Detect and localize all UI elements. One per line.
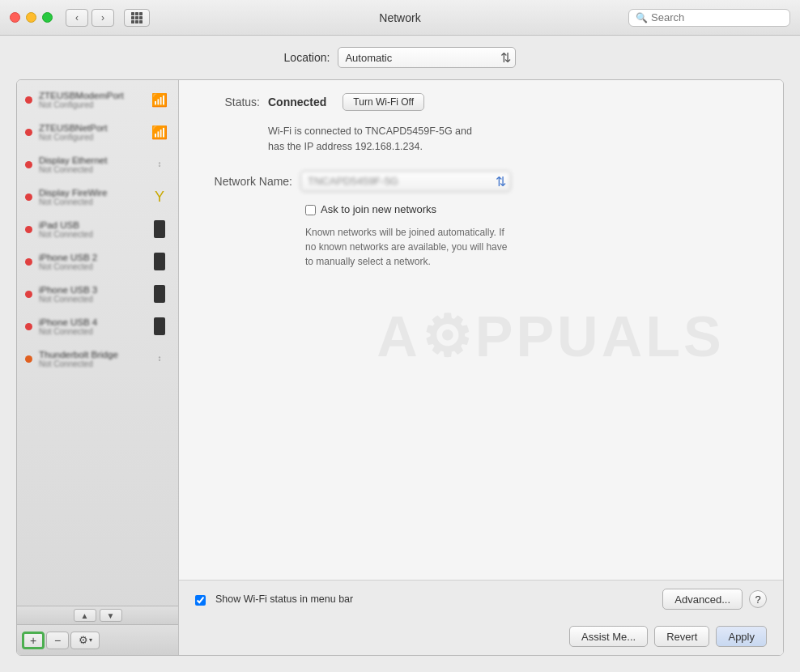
item-icon: ↕ (149, 348, 170, 369)
wifi-off-button[interactable]: Turn Wi-Fi Off (343, 93, 424, 111)
forward-button[interactable]: › (91, 9, 114, 27)
app-grid-button[interactable] (124, 9, 150, 27)
sidebar-item[interactable]: iPhone USB 3 Not Connected (17, 278, 178, 310)
firewire-icon: Y (155, 189, 164, 206)
scroll-down-button[interactable]: ▼ (100, 609, 122, 622)
arrows-icon: ↕ (158, 160, 162, 168)
status-dot-red (25, 258, 32, 266)
show-wifi-row: Show Wi-Fi status in menu bar (195, 593, 353, 606)
sidebar-item[interactable]: Thunderbolt Bridge Not Connected ↕ (17, 342, 178, 375)
action-bar-right: Assist Me... Revert Apply (569, 626, 767, 647)
iphone-icon (154, 285, 165, 303)
status-description: Wi-Fi is connected to TNCAPD5459F-5G and… (268, 124, 767, 155)
status-value: Connected (268, 96, 326, 108)
sidebar-item[interactable]: ZTEUSBModemPort Not Configured 📶 (17, 83, 178, 116)
item-name: Display FireWire (39, 188, 143, 198)
advanced-button[interactable]: Advanced... (662, 589, 743, 610)
item-text: Thunderbolt Bridge Not Connected (39, 350, 143, 368)
item-text: ZTEUSBNetPort Not Configured (39, 123, 143, 142)
content-area: ZTEUSBModemPort Not Configured 📶 ZTEUSBN… (16, 79, 784, 656)
status-dot-red (25, 129, 32, 136)
status-label: Status: (195, 96, 260, 108)
ask-join-checkbox[interactable] (305, 205, 316, 215)
sidebar-list: ZTEUSBModemPort Not Configured 📶 ZTEUSBN… (17, 80, 178, 606)
item-status: Not Connected (39, 198, 143, 206)
search-input[interactable] (651, 11, 783, 23)
arrows-icon: ↕ (158, 355, 162, 363)
iphone-icon (154, 253, 165, 270)
status-dot-orange (25, 355, 32, 363)
status-dot-red (25, 161, 32, 168)
item-icon: 📶 (149, 121, 170, 142)
item-text: iPhone USB 3 Not Connected (39, 285, 143, 304)
sidebar-item[interactable]: iPhone USB 4 Not Connected (17, 310, 178, 342)
sidebar-item[interactable]: iPhone USB 2 Not Connected (17, 245, 178, 278)
location-select[interactable]: Automatic (338, 47, 516, 68)
show-wifi-label: Show Wi-Fi status in menu bar (215, 593, 353, 605)
inner-panel: A⚙PPUALS Status: Connected Turn Wi-Fi Of… (179, 80, 783, 655)
minimize-button[interactable] (26, 12, 36, 23)
location-label: Location: (284, 51, 330, 64)
wifi-icon: 📶 (151, 92, 168, 108)
maximize-button[interactable] (42, 12, 53, 23)
show-wifi-checkbox[interactable] (195, 595, 206, 606)
sidebar-item[interactable]: Display Ethernet Not Connected ↕ (17, 148, 178, 181)
add-network-button[interactable]: + Select the '+' button (22, 632, 45, 649)
sidebar-item[interactable]: Display FireWire Not Connected Y (17, 181, 178, 213)
network-name-select[interactable]: TNCAPD5459F-5G (300, 171, 511, 192)
item-icon (149, 316, 170, 337)
status-dot-red (25, 291, 32, 298)
main-area: Location: Automatic ⇅ ZTEUSBModemPort No… (0, 36, 800, 672)
remove-network-button[interactable]: − (46, 632, 69, 649)
grid-icon (131, 12, 143, 23)
status-row: Status: Connected Turn Wi-Fi Off (195, 93, 767, 111)
traffic-lights (10, 12, 53, 23)
search-icon: 🔍 (636, 12, 648, 23)
item-status: Not Configured (39, 133, 143, 142)
item-status: Not Configured (39, 100, 143, 109)
search-box[interactable]: 🔍 (628, 9, 790, 27)
network-name-wrap: TNCAPD5459F-5G ⇅ (300, 171, 511, 192)
form-fields: Status: Connected Turn Wi-Fi Off Wi-Fi i… (195, 93, 767, 269)
scroll-arrows: ▲ ▼ (17, 606, 178, 624)
item-name: iPhone USB 2 (39, 253, 143, 262)
item-text: iPhone USB 4 Not Connected (39, 317, 143, 336)
item-name: ZTEUSBModemPort (39, 91, 143, 100)
gear-icon: ⚙ (79, 634, 88, 646)
item-text: iPad USB Not Connected (39, 220, 143, 239)
item-text: ZTEUSBModemPort Not Configured (39, 91, 143, 109)
item-text: Display Ethernet Not Connected (39, 155, 143, 174)
back-button[interactable]: ‹ (66, 9, 88, 27)
scroll-up-button[interactable]: ▲ (74, 609, 96, 622)
item-icon: ↕ (149, 154, 170, 175)
bottom-left: Show Wi-Fi status in menu bar (195, 593, 662, 606)
sidebar-item[interactable]: iPad USB Not Connected (17, 213, 178, 245)
status-dot-red (25, 323, 32, 330)
right-panel: A⚙PPUALS Status: Connected Turn Wi-Fi Of… (179, 80, 783, 655)
help-button[interactable]: ? (749, 590, 767, 608)
ask-join-row: Ask to join new networks (305, 203, 767, 215)
assist-button[interactable]: Assist Me... (569, 626, 648, 647)
item-icon (149, 283, 170, 304)
item-name: Display Ethernet (39, 155, 143, 165)
plus-icon: + (30, 634, 36, 647)
iphone-icon (154, 317, 165, 335)
apply-button[interactable]: Apply (716, 626, 767, 647)
gear-menu-button[interactable]: ⚙ ▾ (70, 632, 100, 649)
close-button[interactable] (10, 12, 20, 23)
item-status: Not Connected (39, 295, 143, 304)
sidebar-item[interactable]: ZTEUSBNetPort Not Configured 📶 (17, 116, 178, 148)
ask-join-description: Known networks will be joined automatica… (305, 225, 613, 269)
item-name: ZTEUSBNetPort (39, 123, 143, 133)
sidebar: ZTEUSBModemPort Not Configured 📶 ZTEUSBN… (17, 80, 179, 655)
nav-buttons: ‹ › (66, 9, 150, 27)
item-icon: Y (149, 186, 170, 207)
item-status: Not Connected (39, 230, 143, 239)
ask-join-label: Ask to join new networks (321, 203, 436, 215)
window-title: Network (379, 11, 420, 24)
status-dot-red (25, 96, 32, 104)
item-status: Not Connected (39, 262, 143, 271)
item-icon: 📶 (149, 89, 170, 110)
revert-button[interactable]: Revert (654, 626, 709, 647)
network-form-area: A⚙PPUALS Status: Connected Turn Wi-Fi Of… (179, 80, 783, 580)
